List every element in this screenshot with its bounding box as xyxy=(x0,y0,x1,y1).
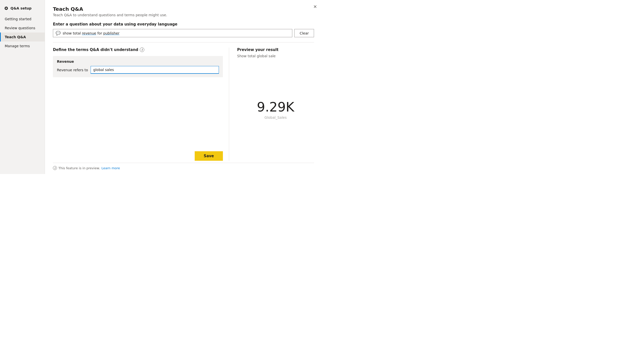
footer-text: This feature is in preview. xyxy=(58,166,100,170)
term-revenue: revenue xyxy=(82,31,96,35)
gear-icon xyxy=(4,6,8,11)
question-input-text: show total revenue for publisher xyxy=(63,31,120,35)
info-icon[interactable]: i xyxy=(140,48,144,52)
divider xyxy=(53,42,314,43)
preview-title: Preview your result xyxy=(237,48,314,52)
sidebar: Q&A setup Getting started Review questio… xyxy=(0,0,45,174)
refers-to-label: Revenue refers to xyxy=(57,68,88,72)
footer: i This feature is in preview. Learn more xyxy=(53,163,314,170)
question-input-wrapper[interactable]: 💬 show total revenue for publisher xyxy=(53,29,292,37)
define-section-title: Define the terms Q&A didn't understand i xyxy=(53,48,223,52)
right-panel: Preview your result Show total global sa… xyxy=(229,48,314,161)
sidebar-header-label: Q&A setup xyxy=(10,6,32,10)
left-panel: Define the terms Q&A didn't understand i… xyxy=(53,48,229,161)
sidebar-header: Q&A setup xyxy=(0,4,45,15)
question-input-row: 💬 show total revenue for publisher Clear xyxy=(53,29,314,37)
sidebar-item-review-questions[interactable]: Review questions xyxy=(0,24,45,33)
close-button[interactable]: ✕ xyxy=(312,3,318,11)
term-row: Revenue refers to xyxy=(57,66,219,74)
footer-info-icon: i xyxy=(53,166,57,170)
save-btn-row: Save xyxy=(53,147,223,161)
term-card: Revenue Revenue refers to xyxy=(53,56,223,77)
content-area: Define the terms Q&A didn't understand i… xyxy=(53,48,314,161)
preview-value-area: 9.29K Global_Sales xyxy=(237,58,314,161)
learn-more-link[interactable]: Learn more xyxy=(101,166,120,170)
term-name: Revenue xyxy=(57,60,219,64)
preview-field-label: Global_Sales xyxy=(264,115,287,119)
page-subtitle: Teach Q&A to understand questions and te… xyxy=(53,13,314,17)
main-content: ✕ Teach Q&A Teach Q&A to understand ques… xyxy=(45,0,322,174)
sidebar-item-manage-terms[interactable]: Manage terms xyxy=(0,42,45,51)
page-title: Teach Q&A xyxy=(53,6,314,12)
save-button[interactable]: Save xyxy=(195,151,223,161)
question-section-label: Enter a question about your data using e… xyxy=(53,22,314,27)
sidebar-item-teach-qa[interactable]: Teach Q&A xyxy=(0,33,45,42)
clear-button[interactable]: Clear xyxy=(294,29,314,37)
sidebar-item-getting-started[interactable]: Getting started xyxy=(0,15,45,24)
preview-subtitle: Show total global sale xyxy=(237,54,314,58)
term-publisher: publisher xyxy=(103,31,120,35)
preview-big-number: 9.29K xyxy=(257,99,294,114)
chat-icon: 💬 xyxy=(56,31,61,36)
refers-to-input[interactable] xyxy=(90,66,219,74)
